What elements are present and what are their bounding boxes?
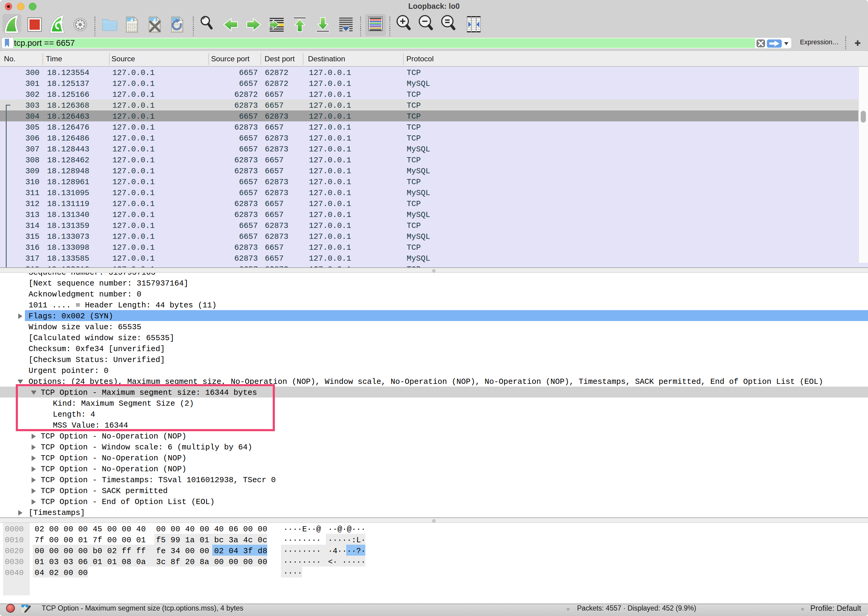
svg-text:01110: 01110 xyxy=(128,29,137,33)
